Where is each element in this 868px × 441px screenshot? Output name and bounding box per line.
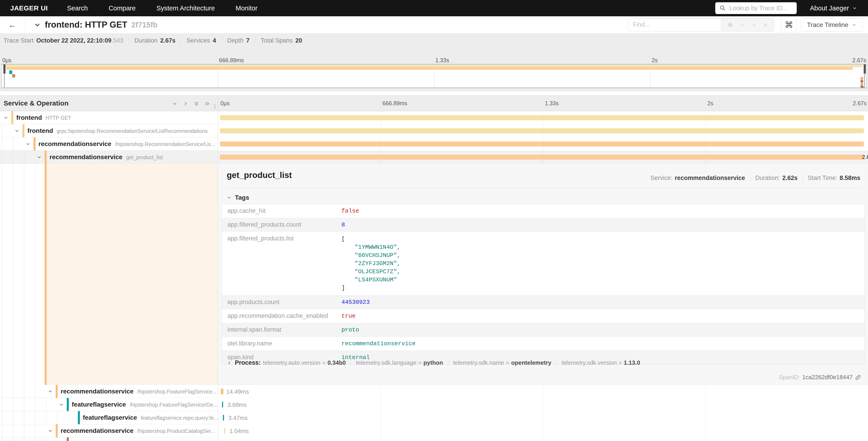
span-row[interactable]: recommendationserviceget_product_list2.6…: [0, 151, 868, 164]
minimap-tick-label: 2s: [652, 57, 657, 64]
span-duration-bar[interactable]: [220, 115, 864, 120]
minimap-span-bar: [863, 86, 864, 88]
trace-view-label: Trace Timeline: [807, 21, 848, 29]
span-duration-bar[interactable]: [220, 155, 864, 159]
indent-guide: [24, 398, 24, 411]
keyboard-shortcuts-button[interactable]: ⌘: [781, 18, 797, 32]
minimap-span-bar: [12, 74, 15, 78]
span-row[interactable]: featureflagservicefeatureflagservice.rep…: [0, 411, 868, 424]
collapse-one-icon[interactable]: [172, 100, 178, 107]
expand-all-icon[interactable]: [204, 100, 211, 107]
minimap-span-bar: [5, 65, 862, 67]
collapse-trace-button[interactable]: [33, 21, 41, 29]
minimap-tick-label: 1.33s: [435, 57, 449, 64]
trace-title: frontend: HTTP GET: [45, 20, 127, 30]
span-row[interactable]: recommendationservice/hipstershop.Produc…: [0, 424, 868, 437]
divider: [129, 37, 129, 44]
span-row[interactable]: [0, 437, 868, 441]
indent-guide: [13, 398, 13, 411]
span-color-accent: [56, 385, 58, 398]
span-row-timeline-cell[interactable]: [218, 138, 868, 151]
find-input[interactable]: [628, 19, 721, 31]
collapse-all-icon[interactable]: [193, 100, 199, 107]
process-key: telemetry.sdk.name: [453, 359, 504, 366]
span-color-accent: [22, 124, 25, 138]
span-row[interactable]: recommendationservice/hipstershop.Featur…: [0, 385, 868, 398]
span-duration-tick: [221, 388, 223, 394]
back-button[interactable]: ←: [0, 16, 25, 33]
span-row-label-cell: recommendationservice/hipstershop.Produc…: [0, 424, 218, 437]
nav-item-compare[interactable]: Compare: [108, 4, 135, 12]
find-next-icon[interactable]: [751, 22, 757, 28]
process-label: Process:: [235, 359, 261, 366]
span-row[interactable]: recommendationservice/hipstershop.Recomm…: [0, 138, 868, 151]
trace-id-input[interactable]: [729, 5, 793, 12]
tag-key: app.filtered_products.count: [221, 218, 339, 232]
trace-view-selector[interactable]: Trace Timeline: [801, 18, 863, 31]
indent-guide: [2, 124, 2, 138]
span-expand-toggle[interactable]: [3, 115, 9, 121]
span-duration-bar[interactable]: [220, 128, 864, 133]
find-prev-icon[interactable]: [739, 22, 745, 28]
tag-row[interactable]: otel.library.namerecommendationservice: [221, 337, 865, 351]
tag-value: true: [339, 309, 355, 323]
clear-find-icon[interactable]: [763, 22, 768, 28]
expand-one-icon[interactable]: [182, 100, 189, 107]
span-operation-name: /hipstershop.FeatureFlagService/Ge...: [130, 402, 218, 408]
summary-item: Depth7: [227, 37, 250, 44]
span-duration-bar[interactable]: [220, 142, 864, 146]
tag-row[interactable]: app.filtered_products.count8: [221, 218, 865, 232]
process-key: telemetry.sdk.language: [356, 359, 416, 366]
tag-row[interactable]: app.recommendation.cache_enabledtrue: [221, 309, 865, 323]
chevron-down-icon: [59, 402, 64, 407]
span-expand-toggle[interactable]: [25, 141, 31, 148]
minimap-span-bar: [9, 70, 12, 74]
span-row-timeline-cell[interactable]: 3.47ms: [218, 411, 868, 424]
tag-row[interactable]: internal.span.formatproto: [221, 323, 865, 337]
nav-item-search[interactable]: Search: [67, 4, 88, 12]
tag-row[interactable]: app.products.count44530923: [221, 295, 865, 309]
overview-label: Service:: [651, 175, 673, 182]
minimap-canvas[interactable]: [1, 64, 867, 88]
span-expand-toggle[interactable]: [14, 128, 20, 135]
nav-item-monitor[interactable]: Monitor: [236, 4, 257, 12]
process-equals: =: [322, 359, 326, 366]
indent-guide: [2, 138, 2, 151]
divider: [750, 175, 750, 182]
copy-link-icon[interactable]: [855, 374, 861, 381]
span-row[interactable]: frontendgrpc.hipstershop.RecommendationS…: [0, 124, 868, 138]
column-resizer[interactable]: ∥: [214, 103, 216, 109]
span-row-timeline-cell[interactable]: 1.04ms: [218, 424, 868, 437]
span-expand-toggle[interactable]: [48, 389, 53, 395]
indent-guide: [24, 411, 24, 424]
service-operation-header: Service & Operation: [4, 99, 68, 107]
overview-value: 8.58ms: [839, 175, 860, 182]
span-row-timeline-cell[interactable]: 2.62s: [218, 151, 868, 164]
span-expand-toggle[interactable]: [59, 402, 64, 408]
locate-icon[interactable]: [727, 22, 733, 28]
span-row-timeline-cell[interactable]: 14.49ms: [218, 385, 868, 398]
span-expand-toggle[interactable]: [48, 428, 53, 435]
process-section-toggle[interactable]: Process: telemetry.auto.version=0.34b0te…: [227, 359, 640, 366]
span-row-timeline-cell[interactable]: [218, 124, 868, 138]
indent-guide: [35, 437, 35, 441]
span-expand-toggle[interactable]: [36, 154, 42, 161]
span-row[interactable]: frontendHTTP GET: [0, 111, 868, 124]
span-row-timeline-cell[interactable]: [218, 437, 868, 441]
span-duration-tick: [224, 428, 225, 434]
span-duration-label: 1.04ms: [229, 428, 249, 435]
tag-list-item: "OLJCESPC7Z",: [341, 268, 401, 276]
nav-item-system-architecture[interactable]: System Architecture: [156, 4, 215, 12]
tags-section-toggle[interactable]: Tags: [227, 194, 249, 201]
span-row-timeline-cell[interactable]: 3.68ms: [218, 398, 868, 411]
span-operation-name: /hipstershop.RecommendationService/Lis..…: [115, 141, 215, 147]
span-row-timeline-cell[interactable]: [218, 111, 868, 124]
main-nav: SearchCompareSystem ArchitectureMonitor: [67, 4, 257, 12]
chevron-down-icon: [33, 21, 41, 29]
tag-row[interactable]: app.filtered_products.list["1YMWWN1N4O",…: [221, 232, 865, 295]
span-row[interactable]: featureflagservice/hipstershop.FeatureFl…: [0, 398, 868, 411]
trace-id-search[interactable]: [715, 2, 797, 14]
tag-row[interactable]: app.cache_hitfalse: [221, 204, 865, 218]
about-jaeger-menu[interactable]: About Jaeger: [810, 4, 857, 12]
app-logo[interactable]: JAEGER UI: [10, 4, 48, 12]
